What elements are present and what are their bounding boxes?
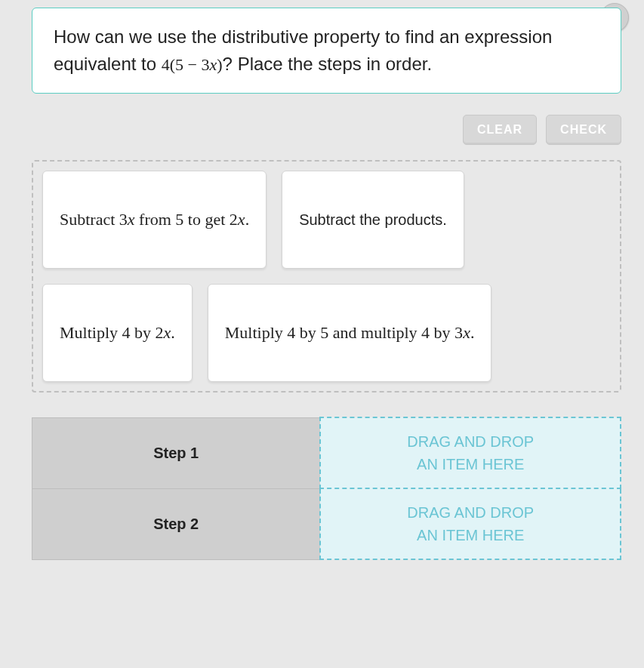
choice-item[interactable]: Multiply 4 by 5 and multiply 4 by 3x. [208,284,492,382]
step-label: Step 2 [32,488,321,559]
choice-text: Multiply 4 by 2x. [60,323,175,343]
step-row: Step 2 DRAG AND DROP AN ITEM HERE [32,488,621,559]
question-box: How can we use the distributive property… [32,8,621,94]
drop-text-line2: AN ITEM HERE [321,524,620,546]
question-suffix: ? Place the steps in order. [223,54,433,74]
drop-text-line1: DRAG AND DROP [321,430,620,453]
choice-item[interactable]: Subtract the products. [282,171,464,269]
choice-text: Multiply 4 by 5 and multiply 4 by 3x. [225,323,475,343]
drop-text-line2: AN ITEM HERE [321,453,620,476]
clear-button[interactable]: CLEAR [463,115,537,145]
choices-container: Subtract 3x from 5 to get 2x. Subtract t… [32,160,621,392]
drop-zone[interactable]: DRAG AND DROP AN ITEM HERE [320,417,621,488]
step-label: Step 1 [32,417,321,488]
check-button[interactable]: CHECK [546,115,621,145]
step-row: Step 1 DRAG AND DROP AN ITEM HERE [32,417,621,488]
choice-item[interactable]: Multiply 4 by 2x. [42,284,193,382]
drop-zone[interactable]: DRAG AND DROP AN ITEM HERE [320,488,621,559]
choice-text: Subtract the products. [299,211,447,229]
action-buttons: CLEAR CHECK [32,115,621,145]
steps-table: Step 1 DRAG AND DROP AN ITEM HERE Step 2… [32,417,621,560]
question-expression: 4(5 − 3x) [162,55,223,74]
choice-text: Subtract 3x from 5 to get 2x. [60,210,249,229]
drop-text-line1: DRAG AND DROP [321,501,620,524]
choice-item[interactable]: Subtract 3x from 5 to get 2x. [42,171,267,269]
